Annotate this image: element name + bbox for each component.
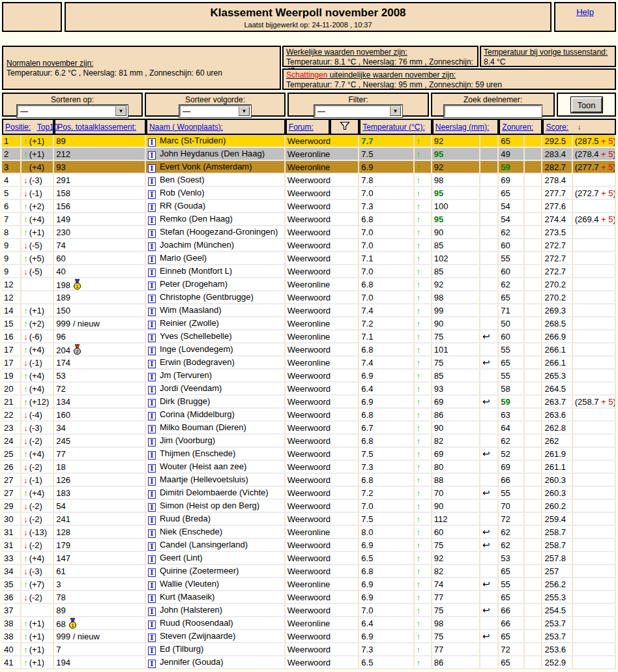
table-row[interactable]: 38 ↑(+1) 999 / nieuw ISteven (Zwijnaarde…	[2, 630, 616, 643]
pos-totaal-header-link[interactable]: Pos. totaalklassement:	[57, 123, 136, 132]
table-row[interactable]: 14 ↑(+1) 150 IWim (Maasland) Weerwoord 7…	[2, 304, 616, 317]
profile-icon[interactable]: I	[148, 660, 156, 668]
header-filter-funnel[interactable]	[330, 119, 359, 135]
profile-icon[interactable]: I	[148, 373, 156, 381]
table-row[interactable]: 3 ↑(+4) 93 IEvert Vonk (Amsterdam) Weero…	[2, 161, 616, 174]
table-row[interactable]: 20 ↑(+4) 72 IJordi (Veendam) Weerwoord 6…	[2, 383, 616, 396]
table-row[interactable]: 12 1981 IPeter (Drogeham) Weeronline 6.8…	[2, 278, 616, 291]
profile-icon[interactable]: I	[148, 399, 156, 407]
help-link[interactable]: Help	[576, 7, 594, 17]
profile-icon[interactable]: I	[148, 216, 156, 225]
naam-header-link[interactable]: Naam ( Woonplaats):	[149, 123, 223, 132]
show-button[interactable]: Toon	[571, 97, 602, 113]
profile-icon[interactable]: I	[148, 242, 156, 251]
table-row[interactable]: 40 ↑(+1) 7 IEd (Tilburg) Weerwoord 7.3 ↑…	[2, 643, 616, 656]
table-row[interactable]: 26 ↓(-2) 18 IWouter (Heist aan zee) Weer…	[2, 461, 616, 474]
table-row[interactable]: 24 ↓(-2) 245 IJim (Voorburg) Weerwoord 6…	[2, 435, 616, 448]
table-row[interactable]: 27 ↑(+4) 183 IDimitri Delombaerde (Vicht…	[2, 487, 616, 500]
chevron-down-icon[interactable]: ▼	[115, 106, 126, 116]
table-row[interactable]: 7 ↑(+4) 149 IRemko (Den Haag) Weerwoord …	[2, 213, 616, 226]
table-row[interactable]: 35 ↑(+7) 3 IWallie (Vleuten) Weeronline …	[2, 578, 616, 591]
profile-icon[interactable]: I	[148, 451, 156, 460]
zonuren-header-link[interactable]: Zonuren:	[502, 123, 533, 132]
profile-icon[interactable]: I	[148, 347, 156, 355]
profile-icon[interactable]: I	[148, 542, 156, 551]
search-input[interactable]	[444, 105, 542, 117]
table-row[interactable]: 6 ↑(+2) 156 IRR (Gouda) Weerwoord 7.3 ↑ …	[2, 200, 616, 213]
table-row[interactable]: 12 189 IChristophe (Gentbrugge) Weerwoor…	[2, 291, 616, 304]
profile-icon[interactable]: I	[148, 321, 156, 329]
profile-icon[interactable]: I	[148, 425, 156, 433]
forum-header-link[interactable]: Forum:	[289, 123, 314, 132]
table-row[interactable]: 31 ↓(-13) 128 INiek (Enschede) Weeronlin…	[2, 526, 616, 539]
profile-icon[interactable]: I	[148, 607, 156, 616]
profile-icon[interactable]: I	[148, 256, 156, 264]
profile-icon[interactable]: I	[148, 360, 156, 368]
table-row[interactable]: 9 ↓(-5) 40 IEinneb (Montfort L) Weerwoor…	[2, 265, 616, 278]
profile-icon[interactable]: I	[148, 138, 156, 147]
profile-icon[interactable]: I	[148, 334, 156, 342]
table-row[interactable]: 16 ↓(-6) 96 IYves (Schellebelle) Weeronl…	[2, 330, 616, 343]
profile-icon[interactable]: I	[148, 438, 156, 446]
profile-icon[interactable]: I	[148, 386, 156, 394]
profile-icon[interactable]: I	[148, 177, 156, 186]
table-row[interactable]: 17 ↓(-1) 174 IErwin (Bodegraven) Weeronl…	[2, 357, 616, 370]
table-row[interactable]: 17 ↑(+4) 2042 IInge (Lovendegem) Weerwoo…	[2, 343, 616, 357]
neerslag-header-link[interactable]: Neerslag (mm):	[435, 123, 490, 132]
profile-icon[interactable]: I	[148, 503, 156, 512]
chevron-down-icon[interactable]: ▼	[239, 106, 250, 116]
table-row[interactable]: 34 ↓(-3) 61 IQuirine (Zoetermeer) Weerwo…	[2, 565, 616, 578]
chevron-down-icon[interactable]: ▼	[390, 106, 401, 116]
table-row[interactable]: 33 ↑(+4) 147 IGeert (Lint) Weerwoord 6.5…	[2, 552, 616, 565]
table-row[interactable]: 41 ↑(+1) 194 IJennifer (Gouda) Weerwoord…	[2, 656, 616, 669]
table-row[interactable]: 21 ↑(+12) 134 IDirk (Brugge) Weerwoord 6…	[2, 396, 616, 409]
profile-icon[interactable]: I	[148, 594, 156, 603]
table-row[interactable]: 5 ↓(-1) 158 IRob (Venlo) Weerwoord 7.0 ↑…	[2, 187, 616, 200]
profile-icon[interactable]: I	[148, 412, 156, 420]
table-row[interactable]: 2 ↑(+1) 212 IJohn Heydanus (Den Haag) We…	[2, 148, 616, 161]
table-row[interactable]: 9 ↓(-5) 74 IJoachim (München) Weerwoord …	[2, 239, 616, 252]
profile-icon[interactable]: I	[148, 647, 156, 655]
table-row[interactable]: 27 ↓(-1) 126 IMaartje (Hellevoetsluis) W…	[2, 474, 616, 487]
table-row[interactable]: 8 ↑(+1) 230 IStefan (Hoogezand-Groningen…	[2, 226, 616, 239]
table-row[interactable]: 1 ↑(+1) 89 IMarc (St-Truiden) Weerwoord …	[2, 135, 616, 148]
table-row[interactable]: 22 ↓(-4) 160 ICorina (Middelburg) Weerwo…	[2, 409, 616, 422]
table-row[interactable]: 4 ↓(-3) 291 IBen (Soest) Weerwoord 7.8 ↑…	[2, 174, 616, 187]
table-row[interactable]: 37 89 IJohn (Halsteren) Weerwoord 7.0 ↑ …	[2, 604, 616, 617]
table-row[interactable]: 9 ↑(+5) 60 IMario (Geel) Weerwoord 7.1 ↑…	[2, 252, 616, 265]
profile-icon[interactable]: I	[148, 203, 156, 212]
profile-icon[interactable]: I	[148, 308, 156, 316]
table-row[interactable]: 19 ↑(+4) 53 IJm (Tervuren) Weerwoord 6.9…	[2, 370, 616, 383]
table-row[interactable]: 38 ↑(+1) 681 IRuud (Roosendaal) Weeronli…	[2, 617, 616, 630]
profile-icon[interactable]: I	[148, 621, 156, 629]
profile-icon[interactable]: I	[148, 282, 156, 290]
profile-icon[interactable]: I	[148, 555, 156, 564]
profile-icon[interactable]: I	[148, 477, 156, 486]
top10-header-link[interactable]: Top10	[37, 123, 59, 132]
profile-icon[interactable]: I	[148, 490, 156, 499]
profile-icon[interactable]: I	[148, 295, 156, 303]
temperatuur-header-link[interactable]: Temperatuur (°C):	[362, 123, 425, 132]
table-row[interactable]: 36 ↓(-2) 78 IKurt (Maaseik) Weerwoord 6.…	[2, 591, 616, 604]
table-row[interactable]: 29 ↓(-2) 54 ISimon (Heist op den Berg) W…	[2, 500, 616, 513]
profile-icon[interactable]: I	[148, 269, 156, 277]
table-row[interactable]: 25 ↑(+4) 77 IThijmen (Enschede) Weerwoor…	[2, 448, 616, 461]
table-row[interactable]: 31 ↓(-2) 179 ICandel (Lansingerland) Wee…	[2, 539, 616, 552]
profile-icon[interactable]: I	[148, 151, 156, 160]
sort-order-select[interactable]: — ▼	[179, 105, 251, 117]
sort-by-select[interactable]: — ▼	[17, 105, 128, 117]
table-row[interactable]: 30 ↓(-2) 241 IRuud (Breda) Weerwoord 7.5…	[2, 513, 616, 526]
profile-icon[interactable]: I	[148, 568, 156, 577]
score-header-link[interactable]: Score:	[546, 123, 568, 132]
profile-icon[interactable]: I	[148, 634, 156, 642]
profile-icon[interactable]: I	[148, 581, 156, 590]
filter-select[interactable]: — ▼	[314, 105, 402, 117]
positie-header-link[interactable]: Positie:	[5, 123, 31, 132]
table-row[interactable]: 15 ↑(+2) 999 / nieuw IReinier (Zwolle) W…	[2, 317, 616, 330]
table-row[interactable]: 23 ↓(-3) 34 IMilko Bouman (Dieren) Weerw…	[2, 422, 616, 435]
profile-icon[interactable]: I	[148, 529, 156, 538]
profile-icon[interactable]: I	[148, 164, 156, 173]
profile-icon[interactable]: I	[148, 516, 156, 525]
profile-icon[interactable]: I	[148, 229, 156, 238]
profile-icon[interactable]: I	[148, 464, 156, 473]
